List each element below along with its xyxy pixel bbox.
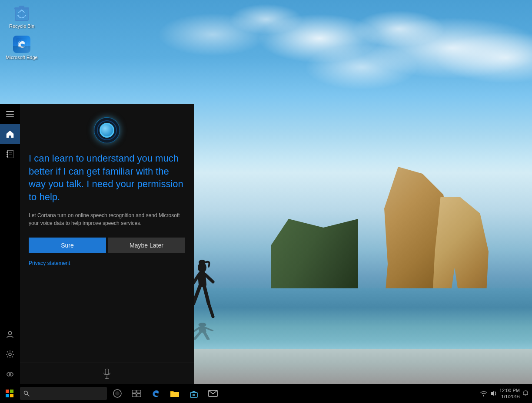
cortana-mic-area [20,363,194,384]
svg-rect-46 [6,394,9,397]
cortana-heading: I can learn to understand you much bette… [29,152,185,204]
rock-formations [271,141,489,306]
svg-line-3 [205,274,213,282]
sidebar-menu-button[interactable] [0,104,20,124]
svg-rect-52 [132,390,136,393]
windows-logo-icon [6,390,13,397]
cortana-panel: I can learn to understand you much bette… [20,104,194,384]
sidebar-settings-button[interactable] [0,344,20,364]
svg-point-8 [199,260,206,265]
clock: 12:00 PM 1/1/2016 [499,387,520,400]
svg-rect-57 [193,394,195,396]
network-icon [480,390,487,397]
sidebar-home-button[interactable] [0,124,20,144]
svg-point-39 [104,127,110,133]
svg-point-35 [94,118,120,143]
volume-icon [490,390,497,397]
sidebar-user-button[interactable] [0,324,20,344]
desktop-icons: Recycle Bin [4,4,39,67]
svg-rect-45 [10,390,13,393]
recycle-bin-icon[interactable]: Recycle Bin [4,4,39,29]
svg-point-37 [100,123,114,137]
svg-rect-54 [132,394,136,397]
svg-line-13 [195,332,201,339]
microsoft-edge-label: Microsoft Edge [6,55,37,60]
svg-line-14 [204,332,208,339]
svg-rect-27 [7,154,8,155]
svg-line-4 [193,286,200,304]
start-button[interactable] [0,384,19,403]
svg-line-6 [204,286,209,304]
svg-rect-21 [16,38,28,50]
taskbar-search-box[interactable] [20,387,107,400]
svg-rect-26 [7,152,8,153]
search-icon [23,390,30,396]
svg-rect-22 [6,111,14,112]
svg-rect-28 [7,156,8,157]
task-view-button[interactable] [127,384,146,403]
svg-rect-53 [137,390,141,393]
svg-point-34 [10,373,13,376]
svg-point-9 [199,323,206,327]
svg-point-40 [105,128,107,131]
cortana-logo [94,117,120,143]
svg-line-7 [209,304,213,317]
cortana-description: Let Cortana turn on online speech recogn… [29,211,185,227]
sidebar-feedback-button[interactable] [0,364,20,384]
svg-point-31 [8,331,12,335]
taskbar-store-button[interactable] [184,384,203,403]
cortana-sidebar [0,104,20,384]
microsoft-edge-icon[interactable]: Microsoft Edge [4,36,39,60]
svg-line-12 [205,327,212,330]
svg-rect-41 [105,369,109,375]
taskbar: 12:00 PM 1/1/2016 [0,384,532,403]
privacy-statement-link[interactable]: Privacy statement [29,260,185,266]
notifications-icon[interactable] [522,390,529,396]
svg-rect-55 [137,394,141,397]
sure-button[interactable]: Sure [29,238,106,253]
svg-point-36 [97,121,116,140]
recycle-bin-label: Recycle Bin [9,23,34,29]
taskbar-explorer-button[interactable] [165,384,184,403]
svg-rect-24 [6,116,14,117]
svg-point-32 [9,353,11,356]
svg-rect-17 [19,6,24,8]
svg-point-38 [102,126,112,135]
sidebar-notebook-button[interactable] [0,144,20,164]
cortana-action-buttons: Sure Maybe Later [29,238,185,253]
svg-rect-23 [6,114,14,115]
svg-point-51 [115,391,120,396]
svg-line-49 [27,394,30,396]
microphone-icon[interactable] [103,369,110,379]
taskbar-edge-button[interactable] [146,384,165,403]
cortana-taskbar-button[interactable] [108,384,127,403]
svg-rect-44 [6,390,9,393]
maybe-later-button[interactable]: Maybe Later [108,238,185,253]
svg-rect-47 [10,394,13,397]
taskbar-mail-button[interactable] [203,384,223,403]
